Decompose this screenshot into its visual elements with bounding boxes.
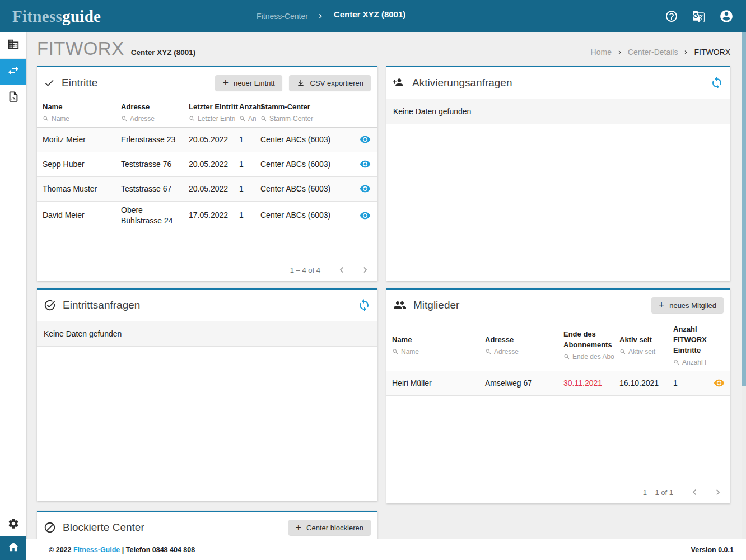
block-center-button[interactable]: + Center blockieren [288, 520, 371, 535]
filter-adresse-input[interactable] [130, 115, 184, 123]
page-head: FITWORX Center XYZ (8001) Home Center-De… [37, 38, 730, 66]
column-label: Name [392, 335, 481, 346]
column-label: Anzahl [239, 102, 256, 113]
new-eintritt-button[interactable]: + neuer Eintritt [215, 75, 282, 91]
cell-aktiv-seit: 16.10.2021 [617, 375, 671, 392]
refresh-icon[interactable] [710, 76, 724, 90]
search-icon [392, 348, 399, 355]
center-select[interactable]: Center XYZ (8001) [333, 8, 489, 24]
footer-phone: | Telefon 0848 404 808 [120, 546, 195, 554]
cell-stamm-center: Center ABCs (6003) [258, 180, 342, 198]
filter-anzahl-input[interactable] [248, 115, 256, 123]
card-aktivierungsanfragen-header: Aktivierungsanfragen [386, 67, 730, 99]
filter-name [392, 348, 481, 356]
dashboard-grid: Eintritte + neuer Eintritt CSV exportier… [37, 66, 730, 539]
cell-name: Thomas Muster [37, 180, 119, 198]
group-icon [393, 298, 407, 312]
scrollbar-thumb[interactable] [742, 32, 746, 386]
cell-adresse: Obere Bühlstrasse 24 [119, 202, 186, 230]
new-member-button[interactable]: + neues Mitglied [651, 297, 724, 313]
task-check-icon [44, 299, 56, 311]
breadcrumb-home[interactable]: Home [591, 48, 612, 57]
eintritte-paginator: 1 – 4 of 4 [290, 263, 372, 277]
cell-name: David Meier [37, 207, 119, 224]
empty-state: Keine Daten gefunden [386, 99, 730, 124]
table-row: Thomas Muster Teststrasse 67 20.05.2022 … [37, 177, 377, 202]
block-icon [44, 521, 56, 534]
translate-icon[interactable] [692, 10, 706, 24]
filter-name [43, 115, 116, 123]
filter-letzter-eintritt-input[interactable] [198, 115, 235, 123]
filter-ende-abo [563, 353, 615, 361]
table-row: Heiri Müller Amselweg 67 30.11.2021 16.1… [386, 371, 730, 396]
card-eintrittsanfragen-header: Eintrittsanfragen [37, 290, 377, 321]
filter-name-input[interactable] [401, 348, 481, 356]
sidebar-item-home[interactable] [0, 536, 26, 560]
table-row: Sepp Huber Teststrasse 76 20.05.2022 1 C… [37, 152, 377, 177]
app-logo[interactable]: Fitnessguide [12, 7, 101, 26]
settings-gear-icon [7, 517, 20, 532]
plus-icon: + [659, 300, 665, 310]
main-content: FITWORX Center XYZ (8001) Home Center-De… [26, 32, 742, 539]
breadcrumb-current: FITWORX [694, 48, 730, 57]
search-icon [563, 353, 570, 360]
building-icon [7, 38, 20, 53]
filter-anzahl-eintritte-input[interactable] [682, 358, 709, 366]
card-eintritte: Eintritte + neuer Eintritt CSV exportier… [37, 66, 377, 281]
view-eye-icon[interactable] [712, 376, 726, 390]
filter-aktiv-seit [619, 348, 669, 356]
new-member-label: neues Mitglied [669, 301, 716, 310]
cell-stamm-center: Center ABCs (6003) [258, 207, 342, 224]
filter-ende-abo-input[interactable] [572, 353, 615, 361]
search-icon [239, 115, 246, 122]
column-aktiv-seit: Aktiv seit [617, 335, 671, 356]
view-eye-icon[interactable] [358, 182, 372, 195]
sidebar-item-transfers[interactable] [0, 59, 26, 85]
breadcrumb-center-details[interactable]: Center-Details [628, 48, 678, 57]
help-icon[interactable] [665, 10, 678, 23]
breadcrumb: Home Center-Details FITWORX [591, 48, 730, 57]
view-eye-icon[interactable] [358, 209, 372, 222]
file-upload-icon [7, 91, 20, 105]
account-icon[interactable] [719, 9, 734, 24]
column-stamm-center: Stamm-Center [258, 102, 342, 123]
check-icon [44, 77, 55, 88]
view-eye-icon[interactable] [358, 157, 372, 171]
column-label: Letzter Eintritt [189, 102, 235, 113]
footer-brand-link[interactable]: Fitness-Guide [73, 546, 120, 554]
column-name: Name [386, 335, 483, 356]
filter-name-input[interactable] [52, 115, 116, 123]
pagination-next-icon[interactable] [711, 486, 725, 499]
filter-aktiv-seit-input[interactable] [628, 348, 669, 356]
cell-stamm-center: Center ABCs (6003) [258, 156, 342, 173]
sidebar-item-settings[interactable] [0, 512, 26, 536]
column-label: Stamm-Center [260, 102, 340, 113]
refresh-icon[interactable] [357, 298, 371, 312]
column-label: Ende des Abonnements [563, 329, 615, 351]
pagination-next-icon[interactable] [358, 263, 372, 277]
eintritte-table-header: Name Adresse Letzter Eintritt [37, 99, 377, 128]
sidebar-item-upload-document[interactable] [0, 85, 26, 111]
filter-adresse-input[interactable] [494, 348, 559, 356]
filter-stamm-center-input[interactable] [269, 115, 340, 123]
column-label: Adresse [121, 102, 184, 113]
column-adresse: Adresse [483, 335, 561, 356]
card-eintritte-header: Eintritte + neuer Eintritt CSV exportier… [37, 67, 377, 99]
view-eye-icon[interactable] [358, 133, 372, 146]
card-title: Mitglieder [413, 299, 459, 311]
header-nav-parent[interactable]: Fitness-Center [257, 12, 308, 21]
column-ende-abo: Ende des Abonnements [561, 329, 617, 361]
filter-letzter-eintritt [189, 115, 235, 123]
search-icon [43, 115, 49, 122]
card-mitglieder: Mitglieder + neues Mitglied Name [386, 288, 730, 503]
vertical-scrollbar [742, 32, 746, 539]
pagination-prev-icon[interactable] [335, 263, 348, 277]
pagination-prev-icon[interactable] [688, 486, 701, 499]
filter-adresse [121, 115, 184, 123]
cell-adresse: Teststrasse 76 [119, 156, 186, 173]
sidebar-item-centers[interactable] [0, 32, 26, 59]
search-icon [673, 359, 680, 366]
card-title: Blockierte Center [63, 521, 144, 534]
eintritte-rows: Moritz Meier Erlenstrasse 23 20.05.2022 … [37, 128, 377, 230]
csv-export-button[interactable]: CSV exportieren [289, 75, 371, 91]
